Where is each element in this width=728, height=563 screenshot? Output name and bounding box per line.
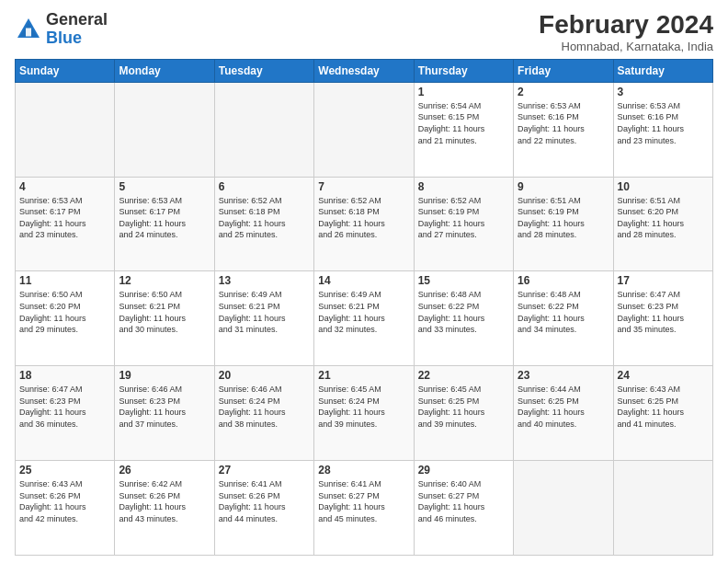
day-header-thursday: Thursday (414, 59, 513, 82)
top-section: General Blue February 2024 Homnabad, Kar… (15, 11, 713, 53)
day-header-friday: Friday (514, 59, 613, 82)
day-cell: 1Sunrise: 6:54 AM Sunset: 6:15 PM Daylig… (414, 82, 513, 177)
day-number: 15 (418, 274, 509, 287)
title-section: February 2024 Homnabad, Karnataka, India (539, 11, 713, 53)
day-number: 26 (119, 464, 210, 477)
day-number: 2 (518, 86, 609, 98)
day-info: Sunrise: 6:54 AM Sunset: 6:15 PM Dayligh… (418, 100, 509, 146)
logo-icon (15, 16, 42, 43)
day-info: Sunrise: 6:43 AM Sunset: 6:25 PM Dayligh… (618, 384, 709, 430)
day-cell: 6Sunrise: 6:52 AM Sunset: 6:18 PM Daylig… (214, 177, 313, 271)
day-number: 13 (219, 274, 310, 287)
day-info: Sunrise: 6:48 AM Sunset: 6:22 PM Dayligh… (518, 289, 609, 335)
day-cell: 25Sunrise: 6:43 AM Sunset: 6:26 PM Dayli… (16, 461, 115, 556)
day-info: Sunrise: 6:41 AM Sunset: 6:27 PM Dayligh… (318, 478, 409, 524)
day-number: 21 (318, 369, 409, 382)
day-number: 24 (618, 369, 709, 382)
day-cell: 23Sunrise: 6:44 AM Sunset: 6:25 PM Dayli… (514, 366, 613, 461)
day-number: 14 (318, 274, 409, 287)
day-info: Sunrise: 6:53 AM Sunset: 6:16 PM Dayligh… (618, 100, 709, 146)
logo: General Blue (15, 11, 108, 48)
day-number: 28 (318, 464, 409, 477)
day-cell: 17Sunrise: 6:47 AM Sunset: 6:23 PM Dayli… (613, 271, 712, 366)
day-info: Sunrise: 6:52 AM Sunset: 6:19 PM Dayligh… (418, 195, 509, 241)
calendar-header: SundayMondayTuesdayWednesdayThursdayFrid… (16, 59, 713, 82)
day-cell: 12Sunrise: 6:50 AM Sunset: 6:21 PM Dayli… (115, 271, 214, 366)
day-info: Sunrise: 6:43 AM Sunset: 6:26 PM Dayligh… (19, 478, 110, 524)
day-info: Sunrise: 6:49 AM Sunset: 6:21 PM Dayligh… (219, 289, 310, 335)
day-cell: 28Sunrise: 6:41 AM Sunset: 6:27 PM Dayli… (314, 461, 414, 556)
day-cell (16, 82, 115, 177)
day-number: 5 (119, 180, 210, 193)
day-number: 12 (119, 274, 210, 287)
day-info: Sunrise: 6:48 AM Sunset: 6:22 PM Dayligh… (418, 289, 509, 335)
day-number: 8 (418, 180, 509, 193)
day-info: Sunrise: 6:52 AM Sunset: 6:18 PM Dayligh… (219, 195, 310, 241)
day-info: Sunrise: 6:52 AM Sunset: 6:18 PM Dayligh… (318, 195, 409, 241)
day-info: Sunrise: 6:53 AM Sunset: 6:17 PM Dayligh… (19, 195, 110, 241)
day-header-tuesday: Tuesday (214, 59, 313, 82)
day-info: Sunrise: 6:46 AM Sunset: 6:24 PM Dayligh… (219, 384, 310, 430)
day-cell: 26Sunrise: 6:42 AM Sunset: 6:26 PM Dayli… (115, 461, 214, 556)
day-number: 16 (518, 274, 609, 287)
day-cell (214, 82, 313, 177)
day-number: 29 (418, 464, 509, 477)
day-cell: 13Sunrise: 6:49 AM Sunset: 6:21 PM Dayli… (214, 271, 313, 366)
day-cell: 2Sunrise: 6:53 AM Sunset: 6:16 PM Daylig… (514, 82, 613, 177)
day-cell: 16Sunrise: 6:48 AM Sunset: 6:22 PM Dayli… (514, 271, 613, 366)
day-cell: 14Sunrise: 6:49 AM Sunset: 6:21 PM Dayli… (314, 271, 414, 366)
day-cell: 18Sunrise: 6:47 AM Sunset: 6:23 PM Dayli… (16, 366, 115, 461)
week-row-3: 18Sunrise: 6:47 AM Sunset: 6:23 PM Dayli… (16, 366, 713, 461)
month-year: February 2024 (539, 11, 713, 40)
day-number: 18 (19, 369, 110, 382)
day-info: Sunrise: 6:51 AM Sunset: 6:19 PM Dayligh… (518, 195, 609, 241)
week-row-2: 11Sunrise: 6:50 AM Sunset: 6:20 PM Dayli… (16, 271, 713, 366)
day-info: Sunrise: 6:46 AM Sunset: 6:23 PM Dayligh… (119, 384, 210, 430)
day-number: 27 (219, 464, 310, 477)
day-cell: 3Sunrise: 6:53 AM Sunset: 6:16 PM Daylig… (613, 82, 712, 177)
day-info: Sunrise: 6:44 AM Sunset: 6:25 PM Dayligh… (518, 384, 609, 430)
logo-general: General (46, 10, 108, 29)
day-number: 7 (318, 180, 409, 193)
day-info: Sunrise: 6:50 AM Sunset: 6:21 PM Dayligh… (119, 289, 210, 335)
day-info: Sunrise: 6:53 AM Sunset: 6:16 PM Dayligh… (518, 100, 609, 146)
day-info: Sunrise: 6:50 AM Sunset: 6:20 PM Dayligh… (19, 289, 110, 335)
day-number: 4 (19, 180, 110, 193)
day-info: Sunrise: 6:51 AM Sunset: 6:20 PM Dayligh… (618, 195, 709, 241)
day-info: Sunrise: 6:42 AM Sunset: 6:26 PM Dayligh… (119, 478, 210, 524)
day-number: 6 (219, 180, 310, 193)
header-row: SundayMondayTuesdayWednesdayThursdayFrid… (16, 59, 713, 82)
day-number: 3 (618, 86, 709, 98)
day-cell: 29Sunrise: 6:40 AM Sunset: 6:27 PM Dayli… (414, 461, 513, 556)
day-cell (514, 461, 613, 556)
day-info: Sunrise: 6:47 AM Sunset: 6:23 PM Dayligh… (19, 384, 110, 430)
week-row-4: 25Sunrise: 6:43 AM Sunset: 6:26 PM Dayli… (16, 461, 713, 556)
day-cell: 21Sunrise: 6:45 AM Sunset: 6:24 PM Dayli… (314, 366, 414, 461)
day-cell: 19Sunrise: 6:46 AM Sunset: 6:23 PM Dayli… (115, 366, 214, 461)
day-info: Sunrise: 6:47 AM Sunset: 6:23 PM Dayligh… (618, 289, 709, 335)
day-header-sunday: Sunday (16, 59, 115, 82)
day-number: 10 (618, 180, 709, 193)
day-cell: 11Sunrise: 6:50 AM Sunset: 6:20 PM Dayli… (16, 271, 115, 366)
day-header-saturday: Saturday (613, 59, 712, 82)
day-header-wednesday: Wednesday (314, 59, 414, 82)
calendar-table: SundayMondayTuesdayWednesdayThursdayFrid… (15, 59, 713, 556)
day-number: 1 (418, 86, 509, 98)
day-cell (613, 461, 712, 556)
day-info: Sunrise: 6:45 AM Sunset: 6:24 PM Dayligh… (318, 384, 409, 430)
day-cell (314, 82, 414, 177)
day-info: Sunrise: 6:45 AM Sunset: 6:25 PM Dayligh… (418, 384, 509, 430)
day-cell: 20Sunrise: 6:46 AM Sunset: 6:24 PM Dayli… (214, 366, 313, 461)
day-cell: 10Sunrise: 6:51 AM Sunset: 6:20 PM Dayli… (613, 177, 712, 271)
day-number: 22 (418, 369, 509, 382)
day-info: Sunrise: 6:41 AM Sunset: 6:26 PM Dayligh… (219, 478, 310, 524)
day-cell: 4Sunrise: 6:53 AM Sunset: 6:17 PM Daylig… (16, 177, 115, 271)
day-info: Sunrise: 6:53 AM Sunset: 6:17 PM Dayligh… (119, 195, 210, 241)
calendar-body: 1Sunrise: 6:54 AM Sunset: 6:15 PM Daylig… (16, 82, 713, 555)
logo-text: General Blue (46, 11, 108, 48)
week-row-1: 4Sunrise: 6:53 AM Sunset: 6:17 PM Daylig… (16, 177, 713, 271)
day-number: 17 (618, 274, 709, 287)
day-cell: 15Sunrise: 6:48 AM Sunset: 6:22 PM Dayli… (414, 271, 513, 366)
day-number: 20 (219, 369, 310, 382)
day-number: 19 (119, 369, 210, 382)
